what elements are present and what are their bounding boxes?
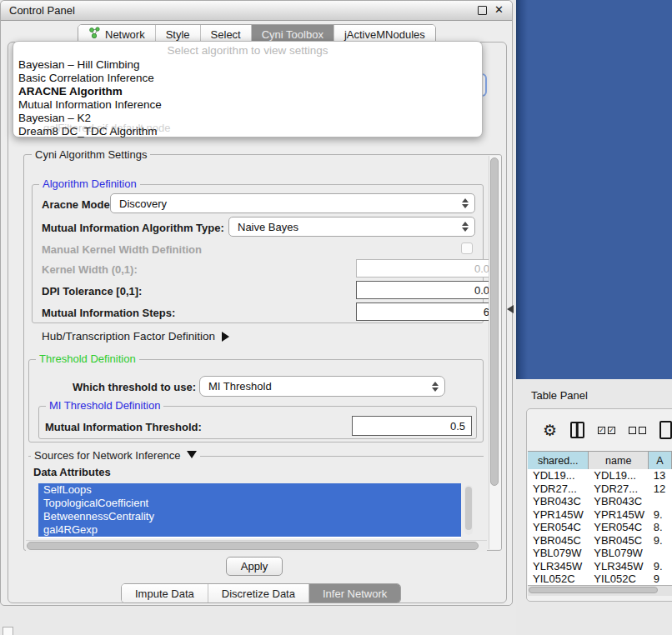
data-attribute-item[interactable]: SelfLoops <box>38 483 461 497</box>
table-cell[interactable]: YDL19... <box>528 469 589 482</box>
settings-vscrollbar-thumb[interactable] <box>490 158 499 486</box>
column-layout-icon[interactable] <box>570 422 584 438</box>
table-panel-title: Table Panel <box>531 389 588 402</box>
gear-icon[interactable]: ⚙ <box>543 422 557 438</box>
tab-infer-network[interactable]: Infer Network <box>309 584 400 602</box>
table-column-header[interactable]: shared... <box>528 452 589 470</box>
which-threshold-label: Which threshold to use: <box>73 381 196 393</box>
screenshot-root: Control Panel ✕ Network <box>0 0 672 635</box>
algorithm-option[interactable]: Mutual Information Inference <box>18 98 477 112</box>
table-row[interactable]: YLR345WYLR345W9. <box>528 560 672 573</box>
settings-legend: Cyni Algorithm Settings <box>32 148 150 161</box>
close-panel-icon[interactable]: ✕ <box>494 3 504 16</box>
table-cell[interactable]: 9. <box>649 560 672 573</box>
collapse-down-icon <box>187 451 197 458</box>
data-attribute-item[interactable]: gal4RGexp <box>38 523 461 537</box>
unchecked-boxes-icon[interactable] <box>629 427 646 434</box>
table-hscrollbar-thumb[interactable] <box>529 587 658 593</box>
dpi-tolerance-field[interactable]: 0.0 <box>356 281 496 299</box>
mi-steps-field[interactable]: 6 <box>356 302 496 321</box>
table-cell[interactable]: YLR345W <box>528 560 589 573</box>
expand-right-icon <box>222 332 229 342</box>
manual-kernel-label: Manual Kernel Width Definition <box>42 243 202 256</box>
which-threshold-select[interactable]: MI Threshold <box>199 376 445 397</box>
table-cell[interactable]: YDR27... <box>528 482 589 496</box>
data-attribute-item[interactable]: BetweennessCentrality <box>38 510 461 523</box>
table-window: ⚙ ✓✓ shared...nameA YDL19...YDL19...13YD… <box>526 408 672 602</box>
table-row[interactable]: YBL079WYBL079W <box>528 547 672 560</box>
table-cell[interactable]: YDL19... <box>589 469 649 482</box>
table-cell[interactable]: YLR345W <box>589 560 649 573</box>
table-cell[interactable] <box>649 547 672 560</box>
dpi-tolerance-label: DPI Tolerance [0,1]: <box>42 285 142 298</box>
data-attributes-list[interactable]: SelfLoopsTopologicalCoefficientBetweenne… <box>38 483 461 538</box>
table-cell[interactable]: 9 <box>649 572 672 585</box>
aracne-mode-select[interactable]: Discovery <box>110 193 475 213</box>
stepper-icon <box>462 222 469 232</box>
aracne-mode-label: Aracne Mode: <box>42 198 113 211</box>
kernel-width-field[interactable]: 0.0 <box>356 259 496 278</box>
float-panel-icon[interactable] <box>478 6 487 15</box>
table-header-row: shared...nameA <box>528 451 672 471</box>
table-cell[interactable]: YBR043C <box>589 495 649 508</box>
table-row[interactable]: YDR27...YDR27...12 <box>528 482 672 496</box>
table-cell[interactable]: YER054C <box>528 521 589 534</box>
table-cell[interactable]: 12 <box>649 482 672 496</box>
table-cell[interactable]: YIL052C <box>528 572 589 585</box>
table-body: YDL19...YDL19...13YDR27...YDR27...12YBR0… <box>528 469 672 585</box>
attributes-scrollbar-thumb[interactable] <box>465 487 472 530</box>
mi-type-label: Mutual Information Algorithm Type: <box>42 222 224 234</box>
manual-kernel-checkbox[interactable] <box>461 242 473 254</box>
table-cell[interactable] <box>649 495 672 508</box>
algorithm-dropdown-popup: galFiltered.sif default node Select algo… <box>13 41 483 138</box>
table-row[interactable]: YIL052CYIL052C9 <box>528 572 672 585</box>
mi-threshold-label: Mutual Information Threshold: <box>45 421 202 433</box>
algorithm-option[interactable]: Bayesian – K2 <box>18 112 477 125</box>
table-row[interactable]: YPR145WYPR145W9. <box>528 508 672 522</box>
table-cell[interactable]: YDR27... <box>589 482 649 496</box>
kernel-width-label: Kernel Width (0,1): <box>42 263 138 276</box>
mi-threshold-legend: MI Threshold Definition <box>46 399 163 412</box>
mi-type-select[interactable]: Naive Bayes <box>228 217 475 237</box>
data-attribute-item[interactable]: TopologicalCoefficient <box>38 497 461 510</box>
apply-button[interactable]: Apply <box>226 557 283 576</box>
table-cell[interactable]: YBL079W <box>589 547 649 560</box>
table-cell[interactable]: YBR045C <box>528 534 589 548</box>
table-row[interactable]: YBR045CYBR045C9. <box>528 534 672 548</box>
table-cell[interactable]: YIL052C <box>589 572 649 585</box>
checked-boxes-icon[interactable]: ✓✓ <box>598 427 615 434</box>
minimized-panel-icon[interactable] <box>3 627 13 635</box>
network-tab-icon <box>88 27 101 42</box>
table-cell[interactable]: YBR043C <box>528 495 589 508</box>
control-panel-window: Control Panel ✕ Network <box>0 0 513 606</box>
algorithm-option[interactable]: ARACNE Algorithm <box>18 85 477 98</box>
sources-toggle[interactable]: Sources for Network Inference <box>31 449 200 462</box>
settings-hscrollbar-thumb[interactable] <box>27 542 479 550</box>
table-row[interactable]: YBR043CYBR043C <box>528 495 672 508</box>
table-cell[interactable]: 8. <box>649 521 672 534</box>
export-table-icon[interactable] <box>659 421 672 439</box>
mi-threshold-field[interactable]: 0.5 <box>352 416 472 436</box>
algorithm-option[interactable]: Bayesian – Hill Climbing <box>18 58 477 72</box>
table-row[interactable]: YDL19...YDL19...13 <box>528 469 672 482</box>
table-row[interactable]: YER054CYER054C8. <box>528 521 672 534</box>
table-column-header[interactable]: A <box>649 452 672 470</box>
algorithm-option[interactable]: Basic Correlation Inference <box>18 72 477 85</box>
table-column-header[interactable]: name <box>589 452 649 470</box>
table-cell[interactable]: YER054C <box>589 521 649 534</box>
hub-definition-toggle[interactable]: Hub/Transcription Factor Definition <box>42 330 229 342</box>
tab-discretize-data[interactable]: Discretize Data <box>208 584 309 602</box>
algorithm-definition-legend: Algorithm Definition <box>39 178 140 190</box>
algorithm-option[interactable]: Dream8 DC_TDC Algorithm <box>18 125 477 138</box>
table-cell[interactable]: YPR145W <box>528 508 589 522</box>
tab-impute-data[interactable]: Impute Data <box>122 584 208 602</box>
table-cell[interactable]: 9. <box>649 508 672 522</box>
table-cell[interactable]: 9. <box>649 534 672 548</box>
table-cell[interactable]: YPR145W <box>589 508 649 522</box>
data-attributes-label: Data Attributes <box>33 466 111 478</box>
stepper-icon <box>432 382 439 392</box>
algorithm-option-list: Bayesian – Hill ClimbingBasic Correlatio… <box>18 58 477 138</box>
table-cell[interactable]: YBR045C <box>589 534 649 548</box>
table-cell[interactable]: YBL079W <box>528 547 589 560</box>
table-cell[interactable]: 13 <box>649 469 672 482</box>
